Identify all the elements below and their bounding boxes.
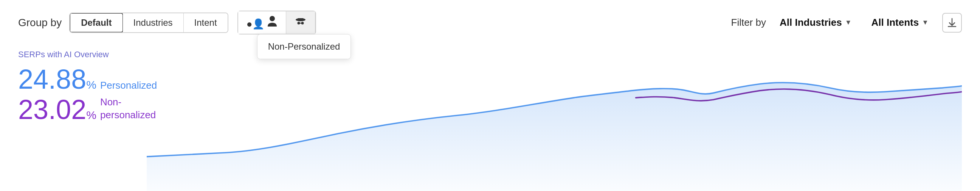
svg-point-3: [298, 22, 300, 24]
intents-chevron-icon: ▼: [922, 19, 929, 27]
group-by-buttons: Default Industries Intent: [69, 13, 228, 33]
svg-point-4: [301, 22, 304, 24]
group-by-label: Group by: [18, 17, 62, 29]
svg-rect-2: [298, 18, 304, 21]
content-area: SERPs with AI Overview 24.88% Personaliz…: [18, 47, 962, 191]
non-personalized-stat-row: 23.02% Non- personalized: [18, 96, 147, 123]
toolbar: Group by Default Industries Intent ●👤: [18, 11, 962, 34]
group-default-button[interactable]: Default: [70, 13, 123, 32]
all-intents-dropdown[interactable]: All Intents ▼: [865, 14, 935, 32]
blue-area-fill: [147, 83, 962, 191]
all-intents-label: All Intents: [872, 17, 919, 29]
persona-buttons: ●👤: [237, 11, 316, 34]
spy-icon-svg: [294, 16, 307, 28]
personalized-value: 24.88%: [18, 66, 96, 93]
filter-by-label: Filter by: [731, 17, 766, 29]
non-personalized-button[interactable]: [286, 11, 315, 34]
personalized-stat-row: 24.88% Personalized: [18, 66, 147, 93]
group-intent-button[interactable]: Intent: [184, 13, 228, 32]
chart-area: [147, 47, 962, 191]
download-button[interactable]: [942, 13, 962, 32]
main-container: Group by Default Industries Intent ●👤: [0, 0, 980, 191]
stats-panel: SERPs with AI Overview 24.88% Personaliz…: [18, 47, 147, 191]
tooltip-text: Non-Personalized: [268, 41, 340, 51]
filter-section: Filter by All Industries ▼ All Intents ▼: [731, 13, 962, 32]
personalized-button[interactable]: ●👤: [238, 11, 286, 34]
download-icon: [947, 18, 957, 28]
all-industries-dropdown[interactable]: All Industries ▼: [773, 14, 858, 32]
all-industries-label: All Industries: [780, 17, 842, 29]
non-personalized-tooltip: Non-Personalized: [257, 34, 351, 59]
svg-point-0: [270, 16, 275, 21]
non-personalized-value: 23.02%: [18, 96, 96, 123]
person-icon: ●👤: [247, 18, 265, 30]
chart-svg: [147, 47, 962, 191]
industries-chevron-icon: ▼: [845, 19, 852, 27]
person-icon-svg: [267, 15, 277, 27]
svg-rect-5: [300, 23, 302, 24]
group-industries-button[interactable]: Industries: [123, 13, 184, 32]
stats-title: SERPs with AI Overview: [18, 50, 147, 59]
